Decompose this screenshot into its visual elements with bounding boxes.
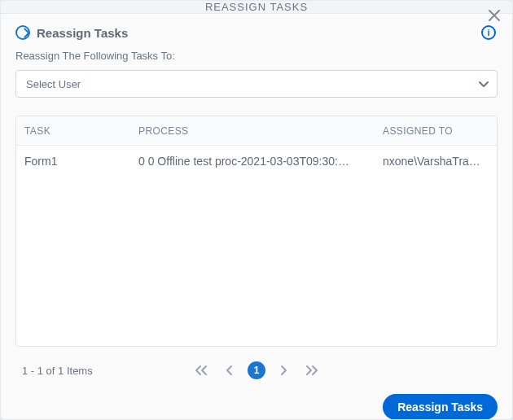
cell-process: 0 0 Offline test proc-2021-03-03T09:30:… (138, 155, 383, 168)
titlebar: REASSIGN TASKS (1, 1, 512, 14)
table-header: TASK PROCESS ASSIGNED TO (16, 116, 497, 146)
pager-page-1[interactable]: 1 (248, 361, 265, 379)
header-task: TASK (24, 125, 138, 137)
chevron-double-left-icon (194, 365, 208, 376)
table-row[interactable]: Form1 0 0 Offline test proc-2021-03-03T0… (16, 146, 497, 177)
heading-row: Reassign Tasks i (15, 25, 498, 40)
pager-prev[interactable] (220, 361, 238, 379)
pager-last[interactable] (303, 361, 321, 379)
chevron-down-icon (477, 77, 490, 90)
pager-summary: 1 - 1 of 1 Items (22, 365, 93, 377)
cell-assigned: nxone\VarshaTra… (383, 155, 489, 168)
header-assigned: ASSIGNED TO (383, 125, 489, 137)
reassign-button[interactable]: Reassign Tasks (383, 394, 498, 420)
chevron-right-icon (279, 365, 289, 376)
instruction-text: Reassign The Following Tasks To: (15, 50, 498, 62)
window-title: REASSIGN TASKS (205, 1, 308, 13)
heading-title: Reassign Tasks (37, 26, 128, 40)
cell-task: Form1 (24, 155, 138, 168)
pager-next[interactable] (275, 361, 293, 379)
chevron-double-right-icon (305, 365, 319, 376)
header-process: PROCESS (138, 125, 383, 137)
tasks-table: TASK PROCESS ASSIGNED TO Form1 0 0 Offli… (15, 116, 498, 347)
pager-first[interactable] (192, 361, 210, 379)
info-icon[interactable]: i (481, 25, 496, 40)
user-select-placeholder: Select User (26, 78, 81, 90)
reassign-icon (15, 25, 30, 40)
dialog-content: Reassign Tasks i Reassign The Following … (1, 14, 512, 420)
pager-controls: 1 (192, 361, 321, 379)
pager: 1 - 1 of 1 Items 1 (15, 358, 498, 383)
close-icon (489, 10, 500, 21)
footer: Reassign Tasks (15, 394, 498, 420)
table-body: Form1 0 0 Offline test proc-2021-03-03T0… (16, 146, 497, 346)
user-select[interactable]: Select User (15, 70, 498, 98)
chevron-left-icon (224, 365, 234, 376)
dialog: REASSIGN TASKS Reassign Tasks i Reassign… (0, 0, 513, 420)
